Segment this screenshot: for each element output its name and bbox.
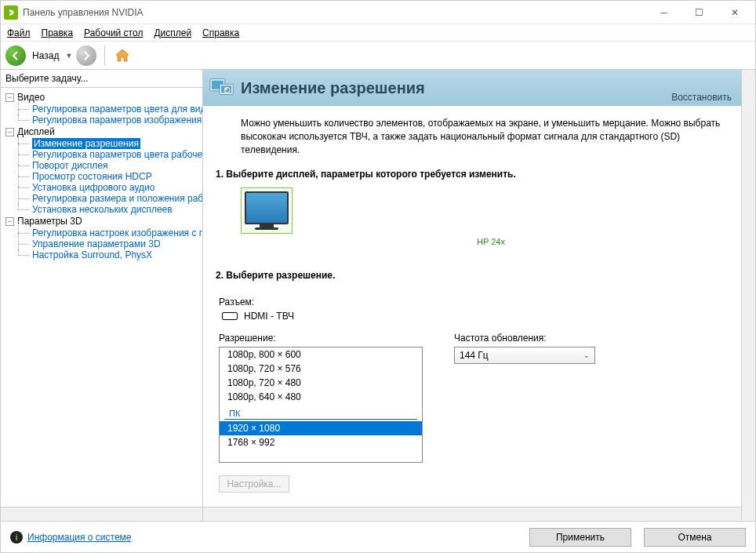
main-content: Можно уменьшить количество элементов, от… [203, 106, 741, 507]
list-item[interactable]: 1080p, 800 × 600 [220, 347, 422, 362]
system-info-link[interactable]: Информация о системе [27, 532, 131, 543]
content-vscroll[interactable] [741, 70, 755, 521]
tree-item[interactable]: Регулировка параметров цвета рабочег [18, 149, 202, 160]
tree-item[interactable]: Настройка Surround, PhysX [18, 249, 202, 260]
tree-item[interactable]: Поворот дисплея [18, 160, 202, 171]
page-description: Можно уменьшить количество элементов, от… [203, 106, 741, 164]
sidebar-header: Выберите задачу... [1, 70, 202, 88]
back-label: Назад [32, 50, 59, 61]
tree-category-3d[interactable]: Параметры 3D [17, 216, 82, 227]
monitor-selector[interactable] [241, 187, 293, 234]
collapse-icon[interactable]: − [5, 128, 14, 136]
minimize-button[interactable]: ─ [646, 1, 681, 24]
hdmi-icon [222, 312, 238, 320]
cancel-button[interactable]: Отмена [644, 528, 746, 547]
resolution-listbox[interactable]: 1080p, 800 × 600 1080p, 720 × 576 1080p,… [219, 347, 423, 463]
footer: i Информация о системе Применить Отмена [1, 521, 755, 552]
menu-display[interactable]: Дисплей [154, 27, 191, 38]
tree-item[interactable]: Регулировка настроек изображения с пр [18, 227, 202, 238]
menu-desktop[interactable]: Рабочий стол [84, 27, 143, 38]
connector-label: Разъем: [219, 297, 741, 307]
tree-item[interactable]: Регулировка параметров цвета для вид [18, 104, 202, 115]
info-icon: i [10, 531, 23, 544]
refresh-label: Частота обновления: [454, 333, 595, 344]
setup-button: Настройка... [219, 475, 289, 493]
forward-button[interactable] [76, 45, 96, 66]
window-title: Панель управления NVIDIA [23, 7, 646, 18]
collapse-icon[interactable]: − [5, 93, 14, 102]
tree-item[interactable]: Просмотр состояния HDCP [18, 171, 202, 182]
maximize-button[interactable]: ☐ [681, 1, 717, 24]
titlebar: Панель управления NVIDIA ─ ☐ ✕ [1, 1, 755, 24]
close-button[interactable]: ✕ [717, 1, 752, 24]
tree-category-display[interactable]: Дисплей [17, 126, 55, 137]
tree-item[interactable]: Установка нескольких дисплеев [18, 204, 202, 215]
refresh-rate-combo[interactable]: 144 Гц ⌄ [454, 347, 595, 364]
home-button[interactable] [113, 46, 132, 65]
nvidia-app-icon [4, 5, 18, 20]
resolution-icon [209, 75, 234, 100]
tree-item[interactable]: Регулировка параметров изображения д [18, 115, 202, 126]
tree-item[interactable]: Установка цифрового аудио [18, 182, 202, 193]
list-item-selected[interactable]: 1920 × 1080 [220, 421, 422, 435]
tree-category-video[interactable]: Видео [17, 92, 45, 103]
page-title: Изменение разрешения [241, 79, 425, 97]
apply-button[interactable]: Применить [529, 528, 631, 547]
collapse-icon[interactable]: − [5, 217, 14, 226]
tree-item[interactable]: Управление параметрами 3D [18, 238, 202, 249]
menu-help[interactable]: Справка [202, 27, 239, 38]
list-item[interactable]: 1080p, 720 × 480 [220, 376, 422, 390]
connector-value: HDMI - ТВЧ [244, 311, 294, 322]
restore-link[interactable]: Восстановить [671, 92, 732, 103]
chevron-down-icon: ⌄ [583, 351, 590, 359]
refresh-value: 144 Гц [460, 350, 489, 361]
step1-title: 1. Выберите дисплей, параметры которого … [203, 164, 741, 187]
resolution-label: Разрешение: [219, 333, 423, 344]
menubar: Файл Правка Рабочий стол Дисплей Справка [1, 24, 755, 42]
step2-title: 2. Выберите разрешение. [203, 265, 741, 289]
task-tree: −Видео Регулировка параметров цвета для … [1, 88, 202, 507]
back-history-dropdown[interactable]: ▼ [65, 52, 73, 60]
sidebar-hscroll[interactable] [1, 507, 202, 521]
page-header: Изменение разрешения Восстановить [203, 70, 741, 106]
menu-file[interactable]: Файл [7, 27, 31, 38]
list-item[interactable]: 1080p, 640 × 480 [220, 390, 422, 404]
menu-edit[interactable]: Правка [42, 27, 74, 38]
content-pane: Изменение разрешения Восстановить Можно … [203, 70, 755, 521]
tree-item[interactable]: Регулировка размера и положения рабо [18, 193, 202, 204]
list-item[interactable]: 1080p, 720 × 576 [220, 362, 422, 376]
back-button[interactable] [5, 45, 26, 66]
content-hscroll[interactable] [203, 507, 741, 521]
tree-item-change-resolution[interactable]: Изменение разрешения [18, 138, 202, 149]
workspace: Выберите задачу... −Видео Регулировка па… [1, 70, 755, 521]
toolbar: Назад ▼ [1, 42, 755, 70]
monitor-label: HP 24x [241, 237, 741, 246]
sidebar: Выберите задачу... −Видео Регулировка па… [1, 70, 203, 521]
monitor-icon [245, 191, 289, 224]
list-item[interactable]: 1768 × 992 [220, 435, 422, 449]
list-group-pc: ПК [224, 406, 417, 420]
